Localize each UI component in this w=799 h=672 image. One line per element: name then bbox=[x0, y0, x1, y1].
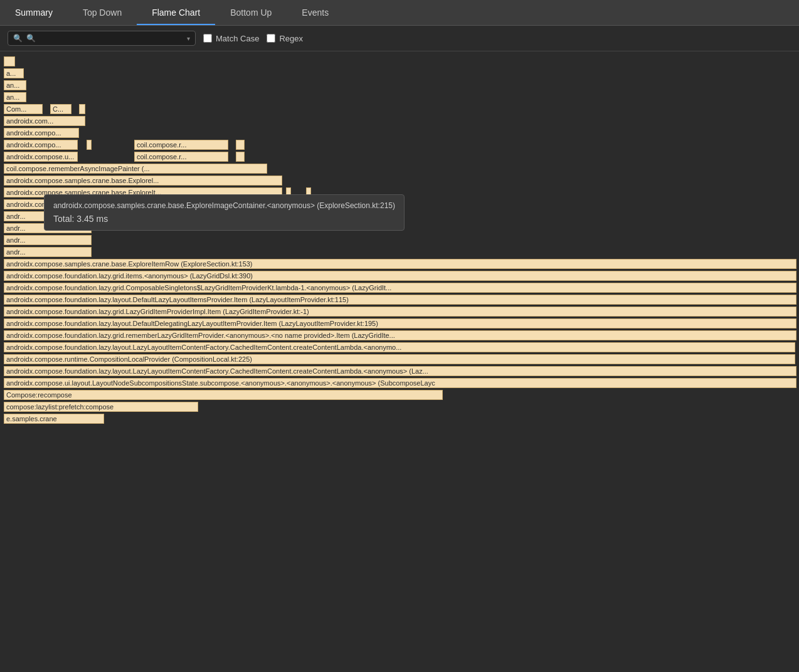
flame-bar[interactable]: androidx.compose.ui.layout.LayoutNodeSub… bbox=[4, 378, 796, 388]
flame-bar[interactable] bbox=[236, 140, 245, 150]
flame-row: androidx.compose.foundation.lazy.layout.… bbox=[0, 342, 799, 354]
flame-bar[interactable]: coil.compose.r... bbox=[134, 140, 228, 150]
flame-row: androidx.compose.u...coil.compose.r... bbox=[0, 152, 799, 163]
flame-bar[interactable] bbox=[79, 104, 85, 114]
regex-label[interactable]: Regex bbox=[267, 34, 303, 43]
flame-bar[interactable] bbox=[87, 140, 92, 150]
search-icon: 🔍 bbox=[13, 34, 23, 43]
flame-bar[interactable]: coil.compose.rememberAsyncImagePainter (… bbox=[4, 164, 267, 174]
flame-row: androidx.compose.foundation.lazy.grid.La… bbox=[0, 307, 799, 318]
flame-row: androidx.compose.foundation.lazy.layout.… bbox=[0, 318, 799, 330]
tab-bar: Summary Top Down Flame Chart Bottom Up E… bbox=[0, 0, 799, 26]
flame-row: androidx.compose.ui.layout.LayoutNodeSub… bbox=[0, 378, 799, 389]
tab-top-down[interactable]: Top Down bbox=[68, 0, 137, 25]
flame-row: e.samples.crane bbox=[0, 414, 799, 425]
flame-row: androidx.compose.samples.crane.base.Expl… bbox=[0, 259, 799, 270]
flame-row: an... bbox=[0, 80, 799, 92]
tooltip-total: Total: 3.45 ms bbox=[53, 214, 395, 224]
flame-row: androidx.compose.foundation.lazy.grid.Co… bbox=[0, 283, 799, 294]
flame-row: androidx.compose.foundation.lazy.grid.re… bbox=[0, 330, 799, 342]
flame-bar[interactable]: C... bbox=[50, 104, 71, 114]
flame-row: andr... bbox=[0, 247, 799, 258]
flame-row: androidx.compose.runtime.CompositionLoca… bbox=[0, 354, 799, 365]
search-input-wrap[interactable]: 🔍 ▾ bbox=[8, 31, 196, 46]
flame-bar[interactable]: e.samples.crane bbox=[4, 414, 104, 424]
flame-row: a... bbox=[0, 68, 799, 80]
tooltip-title: androidx.compose.samples.crane.base.Expl… bbox=[53, 201, 395, 210]
flame-bar[interactable]: androidx.compose.foundation.lazy.grid.La… bbox=[4, 307, 796, 317]
search-dropdown-icon[interactable]: ▾ bbox=[187, 35, 190, 42]
flame-bar[interactable] bbox=[236, 152, 245, 162]
flame-bar[interactable]: Com... bbox=[4, 104, 43, 114]
flame-row: androidx.compo...coil.compose.r... bbox=[0, 140, 799, 151]
flame-row: compose:lazylist:prefetch:compose bbox=[0, 402, 799, 413]
flame-bar[interactable]: androidx.compose.foundation.lazy.grid.it… bbox=[4, 271, 796, 281]
flame-bar[interactable]: androidx.compo... bbox=[4, 140, 78, 150]
flame-bar[interactable]: androidx.compose.foundation.lazy.grid.Co… bbox=[4, 283, 796, 293]
flame-bar[interactable]: coil.compose.r... bbox=[134, 152, 228, 162]
search-bar: 🔍 ▾ Match Case Regex bbox=[0, 26, 799, 51]
tab-events[interactable]: Events bbox=[287, 0, 344, 25]
match-case-label[interactable]: Match Case bbox=[203, 34, 259, 43]
flame-chart-area: a...an...an...Com...C...androidx.com...a… bbox=[0, 51, 799, 431]
match-case-checkbox[interactable] bbox=[203, 34, 212, 43]
flame-bar[interactable]: androidx.compose.samples.crane.base.Expl… bbox=[4, 259, 796, 269]
flame-row: androidx.compo... bbox=[0, 128, 799, 139]
flame-row bbox=[0, 56, 799, 68]
flame-row: androidx.compose.foundation.lazy.layout.… bbox=[0, 366, 799, 377]
flame-row: androidx.com... bbox=[0, 116, 799, 127]
flame-row: androidx.compose.foundation.lazy.layout.… bbox=[0, 295, 799, 306]
flame-bar[interactable]: androidx.compose.foundation.lazy.layout.… bbox=[4, 295, 796, 305]
flame-bar[interactable]: andr... bbox=[4, 235, 92, 245]
regex-text: Regex bbox=[279, 34, 303, 43]
match-case-text: Match Case bbox=[216, 34, 259, 43]
flame-bar[interactable]: androidx.compose.samples.crane.base.Expl… bbox=[4, 176, 282, 186]
tab-flame-chart[interactable]: Flame Chart bbox=[137, 0, 215, 25]
flame-row: Com...C... bbox=[0, 104, 799, 115]
flame-bar[interactable]: androidx.compose.foundation.lazy.layout.… bbox=[4, 342, 795, 352]
tab-summary[interactable]: Summary bbox=[0, 0, 68, 25]
flame-row: androidx.compose.samples.crane.base.Expl… bbox=[0, 176, 799, 187]
flame-bar[interactable]: a... bbox=[4, 68, 24, 78]
flame-row: andr... bbox=[0, 235, 799, 246]
flame-bar[interactable]: androidx.compose.foundation.lazy.layout.… bbox=[4, 318, 796, 328]
flame-row: Compose:recompose bbox=[0, 390, 799, 401]
flame-bar[interactable]: androidx.compose.foundation.lazy.grid.re… bbox=[4, 330, 796, 340]
flame-bar[interactable]: androidx.com... bbox=[4, 116, 85, 126]
flame-bar[interactable]: androidx.compo... bbox=[4, 128, 79, 138]
tab-bottom-up[interactable]: Bottom Up bbox=[215, 0, 287, 25]
flame-bar[interactable]: an... bbox=[4, 92, 26, 102]
flame-bar[interactable]: Compose:recompose bbox=[4, 390, 443, 400]
flame-tooltip: androidx.compose.samples.crane.base.Expl… bbox=[44, 194, 405, 231]
flame-row: an... bbox=[0, 92, 799, 103]
flame-bar[interactable]: androidx.compose.foundation.lazy.layout.… bbox=[4, 366, 796, 376]
regex-checkbox[interactable] bbox=[267, 34, 275, 43]
flame-row: androidx.compose.foundation.lazy.grid.it… bbox=[0, 271, 799, 282]
flame-bar[interactable]: an... bbox=[4, 80, 26, 90]
flame-bar[interactable]: androidx.compose.runtime.CompositionLoca… bbox=[4, 354, 795, 364]
flame-bar[interactable]: compose:lazylist:prefetch:compose bbox=[4, 402, 198, 412]
flame-bar[interactable]: andr... bbox=[4, 247, 92, 257]
flame-bar[interactable]: androidx.compose.u... bbox=[4, 152, 78, 162]
flame-bar[interactable] bbox=[4, 56, 15, 66]
flame-row: coil.compose.rememberAsyncImagePainter (… bbox=[0, 164, 799, 175]
search-input[interactable] bbox=[26, 34, 183, 43]
